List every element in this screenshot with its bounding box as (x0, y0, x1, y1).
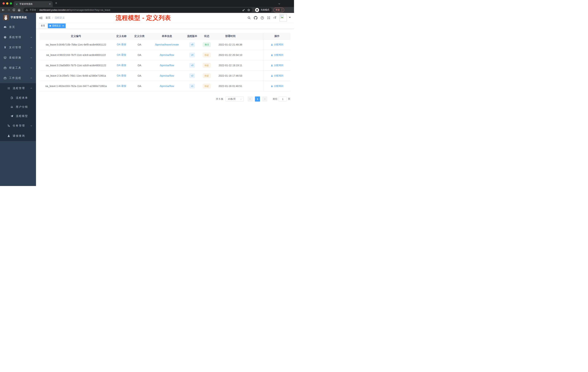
table-row: oa_leave:3:1fad3d93-7b75-11ec-a3c8-acde4… (40, 60, 290, 71)
col-header: 部署时间 (215, 33, 246, 39)
tags-view: 首页 流程定义 ✕ (36, 23, 294, 29)
fullscreen-icon[interactable] (267, 16, 270, 20)
tab-title: 芋道管理系统 (20, 2, 47, 6)
definition-name-link[interactable]: OA 请假 (117, 85, 126, 88)
col-header: 定义分类 (131, 33, 148, 39)
sidebar-item-task-manage[interactable]: 任务管理 (0, 121, 36, 131)
sidebar-item-workflow[interactable]: 工作流程 (0, 73, 36, 83)
home-button[interactable] (17, 8, 21, 12)
sidebar: 芋道管理系统 首页 系统管理 ¥ 支付管理 (0, 13, 36, 186)
browser-menu-icon[interactable] (282, 9, 282, 11)
back-button[interactable] (1, 8, 5, 12)
assign-rule-link[interactable]: 分配规则 (271, 64, 284, 67)
url-text[interactable]: dashboard.yudao.iocoder.cn/bpm/manager/d… (39, 9, 110, 11)
sidebar-item-process-manage[interactable]: 流程管理 (0, 83, 36, 93)
form-link[interactable]: /bpm/oa/leave/create (155, 43, 179, 46)
sidebar-item-label: 用户分组 (16, 105, 28, 109)
avatar-caret-icon[interactable] (289, 17, 291, 19)
sidebar-item-label: 请假查询 (13, 134, 25, 138)
browser-tab[interactable]: 芋道管理系统 ✕ (14, 1, 53, 7)
search-icon[interactable] (247, 16, 251, 20)
breadcrumb: 首页 / 流程定义 (45, 16, 65, 20)
definition-name-link[interactable]: OA 请假 (117, 53, 126, 57)
select-caret-icon (240, 98, 242, 100)
sidebar-item-home[interactable]: 首页 (0, 22, 36, 32)
assign-rule-link[interactable]: 分配规则 (271, 85, 284, 88)
definition-id: oa_leave:2:3c1f0ef1-76b1-11ec-9c66-a2380… (40, 71, 112, 81)
table-row: oa_leave:1:482ec033-762a-11ec-8477-a2380… (40, 81, 290, 91)
sidebar-item-payment[interactable]: ¥ 支付管理 (0, 42, 36, 53)
zoom-window-button[interactable] (10, 2, 12, 5)
tag-home[interactable]: 首页 (39, 23, 47, 28)
avatar[interactable] (279, 14, 287, 22)
sidebar-item-label: 工作流程 (9, 77, 21, 80)
deploy-time: 2022-01-16 01:40:51 (215, 81, 246, 91)
monitor-icon (4, 56, 7, 59)
reload-button[interactable] (12, 8, 16, 12)
incognito-badge: 无痕模式 (255, 8, 272, 12)
page-size-select[interactable]: 10条/页 (225, 97, 244, 101)
sidebar-item-user-group[interactable]: 用户分组 (0, 102, 36, 111)
breadcrumb-home[interactable]: 首页 (45, 16, 51, 20)
assign-rule-link[interactable]: 分配规则 (271, 74, 284, 77)
form-link[interactable]: /bpm/oa/flow (160, 74, 174, 77)
form-link[interactable]: /bpm/oa/flow (160, 64, 174, 67)
definition-name-link[interactable]: OA 请假 (117, 43, 126, 46)
font-size-icon[interactable]: TT (273, 16, 276, 20)
security-label[interactable]: 不安全 (30, 8, 36, 11)
annotation-title: 流程模型 - 定义列表 (116, 14, 171, 22)
workflow-submenu: 流程管理 流程表单 用户分组 (0, 83, 36, 141)
tag-close-icon[interactable]: ✕ (62, 25, 64, 27)
forward-button[interactable] (7, 8, 10, 12)
sidebar-item-process-model[interactable]: 流程模型 (0, 111, 36, 121)
goto-label: 前往 (273, 97, 277, 101)
help-icon[interactable]: ? (261, 16, 264, 20)
goto-unit: 页 (288, 97, 290, 101)
pagination-total: 共 5 条 (216, 97, 223, 101)
version-badge: v4 (189, 53, 195, 57)
url-bar[interactable]: 不安全 dashboard.yudao.iocoder.cn/bpm/manag… (23, 8, 252, 12)
next-page-button[interactable] (262, 97, 267, 101)
security-warning-icon[interactable] (25, 9, 28, 11)
version-badge: v2 (189, 74, 195, 78)
list-icon (7, 87, 10, 90)
sidebar-item-label: 流程表单 (16, 96, 28, 99)
prev-page-button[interactable] (248, 97, 253, 101)
github-icon[interactable] (254, 16, 257, 20)
goto-page-input[interactable] (279, 97, 287, 101)
sidebar-item-infra[interactable]: 基础设施 (0, 53, 36, 63)
sidebar-item-system[interactable]: 系统管理 (0, 32, 36, 42)
breadcrumb-separator: / (52, 16, 53, 19)
table-header-row: 定义编号 定义名称 定义分类 表单信息 流程版本 状态 部署时间 操作 (40, 33, 290, 40)
sidebar-fold-icon[interactable] (39, 16, 42, 20)
user-icon (7, 134, 10, 137)
minimize-window-button[interactable] (6, 2, 8, 5)
close-window-button[interactable] (2, 2, 5, 5)
sidebar-item-label: 任务管理 (13, 124, 25, 127)
deploy-time: 2022-01-16 17:46:53 (215, 71, 246, 81)
assign-rule-link[interactable]: 分配规则 (271, 53, 284, 57)
assign-rule-link[interactable]: 分配规则 (271, 43, 284, 46)
deploy-time: 2022-01-22 21:48:38 (215, 40, 246, 50)
briefcase-icon (4, 77, 7, 79)
app-title: 芋道管理系统 (10, 16, 27, 19)
password-key-icon[interactable] (242, 9, 245, 11)
sidebar-item-leave-query[interactable]: 请假查询 (0, 131, 36, 141)
definition-name-link[interactable]: OA 请假 (117, 74, 126, 77)
sidebar-item-devtools[interactable]: 研发工具 (0, 63, 36, 73)
tree-icon (7, 124, 10, 127)
browser-update-button[interactable]: 更新 (273, 8, 284, 12)
tab-search-chevron-icon[interactable] (278, 2, 281, 6)
chevron-down-icon (30, 57, 32, 59)
form-link[interactable]: /bpm/oa/flow (160, 85, 174, 88)
new-tab-button[interactable]: + (55, 1, 57, 5)
chevron-down-icon (30, 36, 32, 38)
tag-process-definition[interactable]: 流程定义 ✕ (48, 23, 66, 28)
page-number-button[interactable]: 1 (255, 97, 260, 101)
bookmark-star-icon[interactable] (247, 9, 250, 11)
form-link[interactable]: /bpm/oa/flow (160, 54, 174, 56)
sidebar-item-process-form[interactable]: 流程表单 (0, 93, 36, 102)
tab-close-icon[interactable]: ✕ (49, 2, 51, 5)
url-path: /bpm/manager/definition?key=oa_leave (69, 9, 110, 11)
definition-name-link[interactable]: OA 请假 (117, 64, 126, 67)
